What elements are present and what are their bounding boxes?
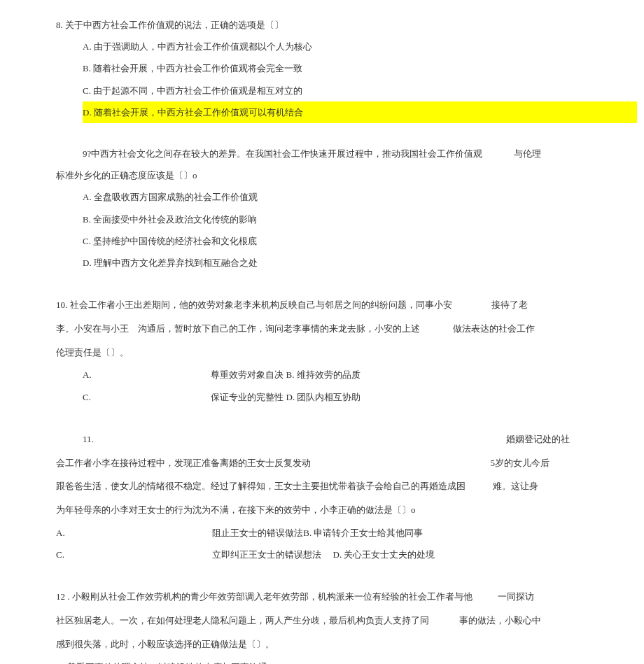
q8-stem: 8. 关于中西方社会工作价值观的说法，正确的选项是〔〕 xyxy=(56,14,595,36)
q12-option-a: A. 尊重同事的处理方法，以建设性的态度与同事沟通 xyxy=(56,656,595,664)
q12-l2a: 社区独居老人。一次，在如何处理老人隐私问题上，两人产生分歧，最后机构负责人支持了… xyxy=(56,615,429,626)
q11-row2-text: 立即纠正王女士的错误想法 D. 关心王女士丈夫的处境 xyxy=(212,549,435,560)
q9-stem-line2: 标准外乡化的正确态度应该是〔〕o xyxy=(56,164,595,186)
q10-stem-line2: 李。小安在与小王 沟通后，暂时放下自己的工作，询问老李事情的来龙去脉，小安的上述… xyxy=(56,317,595,341)
q8-option-c: C. 由于起源不同，中西方社会工作价值观是相互对立的 xyxy=(83,80,595,101)
q10-row2-text: 保证专业的完整性 D. 团队内相互协助 xyxy=(211,392,360,402)
q11-option-row1: A. 阻止王女士的错误做法B. 申请转介王女士给其他同事 xyxy=(56,522,595,544)
q8-option-b: B. 随着社会开展，中西方社会工作价值观将会完全一致 xyxy=(83,57,595,79)
q9-option-c: C. 坚持维护中国传统的经济社会和文化根底 xyxy=(83,230,595,252)
q10-stem-line1: 10. 社会工作者小王出差期间，他的效劳对象老李来机构反映自己与邻居之间的纠纷问… xyxy=(56,293,595,317)
q10-stem-l1b: 接待了老 xyxy=(491,299,528,310)
q11-l3-right: 难。这让身 xyxy=(493,481,538,491)
q11-l1-right: 婚姻登记处的社 xyxy=(506,434,570,444)
q12-l2b: 事的做法，小毅心中 xyxy=(459,615,541,626)
q8-option-a: A. 由于强调助人，中西方社会工作价值观都以个人为核心 xyxy=(83,36,595,57)
q9-option-b: B. 全面接受中外社会及政治文化传统的影响 xyxy=(83,209,595,230)
q9-option-d: D. 理解中西方文化差异弃找到相互融合之处 xyxy=(83,252,595,274)
q12-l1b: 一同探访 xyxy=(498,591,534,602)
q11-option-row2: C. 立即纠正王女士的错误想法 D. 关心王女士丈夫的处境 xyxy=(56,544,595,565)
q10-stem-line3: 伦理责任是〔〕。 xyxy=(56,341,595,365)
q10-stem-l2a: 李。小安在与小王 沟通后，暂时放下自己的工作，询问老李事情的来龙去脉，小安的上述 xyxy=(56,323,420,334)
q9-stem-text1b: 与伦理 xyxy=(514,148,541,159)
q11-line1: 11. 婚姻登记处的社 xyxy=(56,428,595,451)
q10-stem-l1a: 10. 社会工作者小王出差期间，他的效劳对象老李来机构反映自己与邻居之间的纠纷问… xyxy=(56,299,452,310)
q12-stem-line3: 感到很失落，此时，小毅应该选择的正确做法是〔〕。 xyxy=(56,633,595,656)
q11-row1-text: 阻止王女士的错误做法B. 申请转介王女士给其他同事 xyxy=(212,528,423,538)
q9-stem-line1: 9?中西方社会文化之间存在较大的差异。在我国社会工作快速开展过程中，推动我国社会… xyxy=(56,143,595,164)
q10-label-a: A. xyxy=(83,364,209,386)
q9-stem-text1: 9?中西方社会文化之间存在较大的差异。在我国社会工作快速开展过程中，推动我国社会… xyxy=(83,148,482,159)
q9-option-a: A. 全盘吸收西方国家成熟的社会工作价值观 xyxy=(83,186,595,208)
q11-label-c: C. xyxy=(56,544,210,565)
q12-stem-line2: 社区独居老人。一次，在如何处理老人隐私问题上，两人产生分歧，最后机构负责人支持了… xyxy=(56,609,595,633)
q10-row1-text: 尊重效劳对象自决 B. 维持效劳的品质 xyxy=(211,369,360,380)
q11-l2-left: 会工作者小李在接待过程中，发现正准备离婚的王女士反复发动 xyxy=(56,458,311,468)
q11-l2-right: 5岁的女儿今后 xyxy=(491,458,550,468)
q10-stem-l2b: 做法表达的社会工作 xyxy=(453,323,535,334)
q10-option-row2: C. 保证专业的完整性 D. 团队内相互协助 xyxy=(83,386,595,408)
q12-stem-line1: 12 . 小毅刚从社会工作效劳机构的青少年效劳部调入老年效劳部，机构派来一位有经… xyxy=(56,585,595,609)
q10-label-c: C. xyxy=(83,386,209,408)
q8-option-d-highlighted: D. 随着社会开展，中西方社会工作价值观可以有机结合 xyxy=(83,101,637,123)
q10-option-row1: A. 尊重效劳对象自决 B. 维持效劳的品质 xyxy=(83,364,595,386)
q11-label-a: A. xyxy=(56,522,210,544)
q11-line3: 跟爸爸生活，使女儿的情绪很不稳定。经过了解得知，王女士主要担忧带着孩子会给自己的… xyxy=(56,474,595,498)
q12-l1a: 12 . 小毅刚从社会工作效劳机构的青少年效劳部调入老年效劳部，机构派来一位有经… xyxy=(56,591,472,602)
q11-l3-left: 跟爸爸生活，使女儿的情绪很不稳定。经过了解得知，王女士主要担忧带着孩子会给自己的… xyxy=(56,481,465,491)
q11-line4: 为年轻母亲的小李对王女士的行为沈为不满，在接下来的效劳中，小李正确的做法是〔〕o xyxy=(56,498,595,522)
q11-number: 11. xyxy=(83,428,109,451)
q11-line2: 会工作者小李在接待过程中，发现正准备离婚的王女士反复发动 5岁的女儿今后 xyxy=(56,451,595,475)
